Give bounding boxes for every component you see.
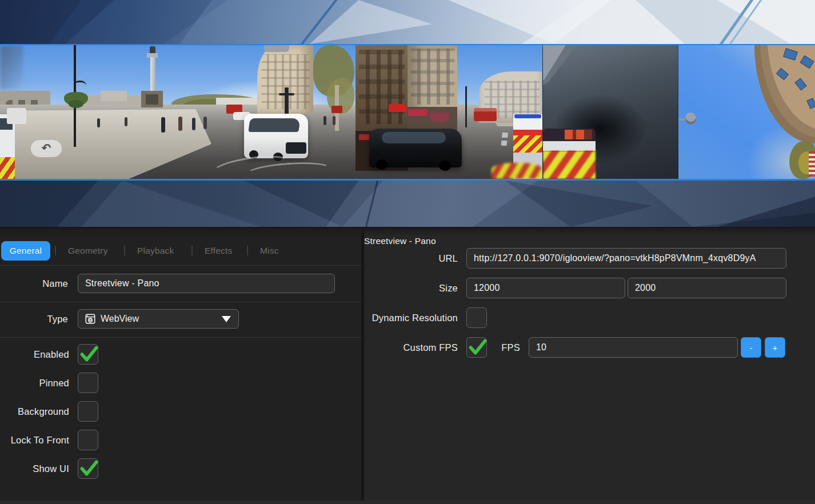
lock-to-front-checkbox[interactable] <box>78 430 98 450</box>
streetview-arrow-watermark: ↶ <box>31 140 62 157</box>
type-dropdown[interactable]: WebView <box>78 309 239 329</box>
tab-general[interactable]: General <box>1 241 50 261</box>
scene-police-van <box>513 135 542 153</box>
scene-windows <box>783 48 798 61</box>
scene-lamp-post <box>279 93 294 95</box>
type-value: WebView <box>101 314 139 324</box>
enabled-checkbox[interactable] <box>78 344 98 365</box>
row-separator <box>0 265 361 266</box>
background-checkbox[interactable] <box>78 401 98 422</box>
row-separator <box>0 302 361 302</box>
pinned-checkbox[interactable] <box>78 373 98 393</box>
name-input[interactable] <box>78 274 335 293</box>
dynamic-resolution-checkbox[interactable] <box>466 307 487 328</box>
enabled-label: Enabled <box>0 344 69 365</box>
check-icon <box>465 335 489 359</box>
fps-decrement-button[interactable]: - <box>741 337 761 358</box>
scene-van <box>0 157 15 179</box>
fps-increment-button[interactable]: + <box>765 337 785 358</box>
general-settings-pane: General Geometry Playback Effects Misc N… <box>0 228 361 504</box>
scene-windows <box>411 49 454 105</box>
scene-fisheye-building <box>754 45 815 143</box>
tab-divider <box>55 246 56 255</box>
scene-hanging-basket <box>69 100 83 108</box>
scene-black-taxi <box>382 132 446 143</box>
row-separator <box>0 337 361 338</box>
size-height-input[interactable] <box>628 278 786 298</box>
scene-lamp-post <box>74 81 86 90</box>
nelson-column-pedestal <box>146 94 158 105</box>
tab-geometry[interactable]: Geometry <box>68 241 108 261</box>
scene-pedestrian <box>192 118 195 130</box>
show-ui-checkbox[interactable] <box>78 458 98 479</box>
scene-pedestrian <box>323 116 326 125</box>
custom-fps-label: Custom FPS <box>364 337 458 358</box>
tab-playback[interactable]: Playback <box>137 241 174 261</box>
top-banner <box>0 0 815 44</box>
check-icon <box>77 456 101 480</box>
pinned-label: Pinned <box>0 373 69 393</box>
panorama-preview[interactable]: ↶ <box>0 45 815 179</box>
tab-misc[interactable]: Misc <box>260 241 279 261</box>
chevron-down-icon <box>222 316 231 322</box>
properties-title: Streetview - Pano <box>364 236 436 246</box>
properties-pane: Streetview - Pano URL Size Dynamic Resol… <box>364 228 815 504</box>
tab-divider <box>247 246 248 255</box>
url-input[interactable] <box>466 248 786 269</box>
custom-fps-checkbox[interactable] <box>466 337 487 358</box>
scene-black-taxi <box>376 159 387 170</box>
scene-building <box>264 45 289 52</box>
pano-street-segment: ↶ <box>0 45 542 179</box>
size-width-input[interactable] <box>466 278 625 298</box>
scene-police-van-front <box>543 141 596 151</box>
scene-windows <box>800 55 814 69</box>
scene-white-minivan <box>248 118 300 132</box>
fps-input[interactable] <box>529 337 738 358</box>
scene-awning <box>430 113 449 122</box>
scene-white-minivan <box>286 142 306 154</box>
nelson-column <box>150 57 155 91</box>
background-label: Background <box>0 401 69 422</box>
settings-panel: General Geometry Playback Effects Misc N… <box>0 227 815 504</box>
pano-sky-segment <box>678 45 815 179</box>
scene-pedestrian <box>178 117 182 131</box>
scene-lamp-post <box>465 86 467 127</box>
panel-top-shadow <box>0 228 815 236</box>
scene-pedestrian <box>97 118 100 127</box>
scene-pedestrian <box>333 116 335 125</box>
tab-divider <box>191 246 193 255</box>
show-ui-label: Show UI <box>0 458 69 479</box>
tab-effects[interactable]: Effects <box>205 241 233 261</box>
scene-building <box>101 91 127 101</box>
scene-shop-sign <box>389 104 406 112</box>
scene-shop-sign <box>408 109 428 116</box>
scene-police-van-front <box>565 130 592 139</box>
scene-police-van-front <box>543 151 596 179</box>
camera-car-hood <box>492 163 542 179</box>
scene-edge-artifact <box>809 151 815 177</box>
scene-shape <box>0 45 23 90</box>
scene-police-van <box>514 114 541 118</box>
scene-pedestrian <box>125 117 127 126</box>
tab-divider <box>124 246 125 255</box>
scene-pedestrian <box>161 117 165 133</box>
scene-truck <box>7 108 26 124</box>
scene-lamp-from-below <box>685 113 696 125</box>
scene-windows <box>776 68 789 81</box>
dynamic-resolution-label: Dynamic Resolution <box>364 307 458 328</box>
scene-shop-sign <box>359 134 369 140</box>
pano-ground-segment <box>542 45 678 179</box>
url-label: URL <box>364 248 458 269</box>
fps-label: FPS <box>492 337 520 358</box>
scene-windows <box>806 98 815 109</box>
app-window: ↶ <box>0 0 815 504</box>
scene-pedestrian <box>203 117 207 129</box>
type-label: Type <box>0 309 68 329</box>
scene-police-van <box>513 130 542 135</box>
size-label: Size <box>364 278 458 298</box>
scene-windows <box>794 78 806 90</box>
bottom-banner <box>0 181 815 227</box>
webview-icon <box>85 314 95 324</box>
check-icon <box>77 342 101 366</box>
name-label: Name <box>0 274 68 293</box>
